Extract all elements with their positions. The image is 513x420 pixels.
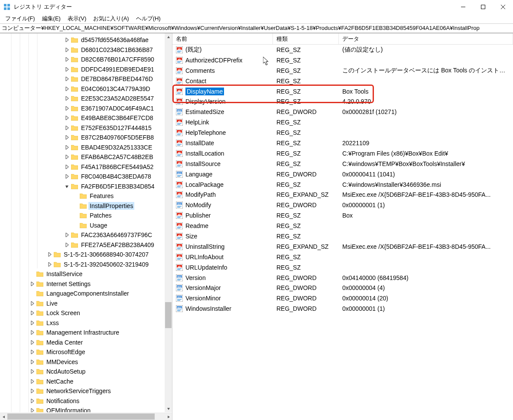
tree-item[interactable]: E3671907AD0C46F49AC1	[0, 104, 172, 114]
list-row[interactable]: CommentsREG_SZこのインストールデータベースには Box Tools…	[172, 65, 513, 76]
tree-item[interactable]: EBAD4E9D32A251333CE	[0, 143, 172, 153]
list-row[interactable]: SizeREG_SZ	[172, 231, 513, 241]
chevron-right-icon[interactable]	[29, 388, 36, 394]
tree-item[interactable]: FFE27A5EAF2BB238A409	[0, 240, 172, 250]
tree-item[interactable]: OEMInformation	[0, 406, 172, 412]
tree-item[interactable]: InstallService	[0, 269, 172, 279]
tree-item[interactable]: InstallProperties	[0, 201, 172, 211]
chevron-right-icon[interactable]	[64, 105, 70, 111]
chevron-right-icon[interactable]	[47, 261, 53, 267]
tree-item[interactable]: Lock Screen	[0, 308, 172, 318]
tree-item[interactable]: NetCache	[0, 377, 172, 387]
tree-item[interactable]: E04C06013C4A779A39D	[0, 84, 172, 94]
chevron-right-icon[interactable]	[64, 47, 70, 53]
menu-file[interactable]: ファイル(F)	[2, 14, 39, 23]
list-row[interactable]: InstallSourceREG_SZC:¥windows¥TEMP¥Box¥B…	[172, 159, 513, 169]
tree-item[interactable]: Features	[0, 191, 172, 201]
chevron-right-icon[interactable]	[64, 86, 70, 92]
tree-item[interactable]: E2E53C23A52AD28E5547	[0, 94, 172, 104]
chevron-right-icon[interactable]	[64, 242, 70, 248]
list-row[interactable]: NoModifyREG_DWORD0x00000001 (1)	[172, 200, 513, 210]
chevron-right-icon[interactable]	[29, 349, 36, 355]
tree-item[interactable]: Internet Settings	[0, 279, 172, 289]
chevron-right-icon[interactable]	[29, 407, 36, 412]
chevron-right-icon[interactable]	[29, 281, 36, 287]
menu-view[interactable]: 表示(V)	[64, 14, 90, 23]
list-row[interactable]: WindowsInstallerREG_DWORD0x00000001 (1)	[172, 303, 513, 314]
chevron-right-icon[interactable]	[64, 173, 70, 179]
tree-item[interactable]: MicrosoftEdge	[0, 347, 172, 357]
tree-item[interactable]: d5457fd6554636a468fae	[0, 35, 172, 45]
chevron-right-icon[interactable]	[29, 329, 36, 335]
list-row[interactable]: DisplayNameREG_SZBox Tools	[172, 86, 513, 97]
tree-item[interactable]: E752FE635D127F444815	[0, 123, 172, 133]
tree-item[interactable]: EFAB6ABC2A57C48B2EB	[0, 152, 172, 162]
tree-item[interactable]: S-1-5-21-3066688940-3074207	[0, 250, 172, 260]
tree-item[interactable]: Live	[0, 299, 172, 309]
chevron-right-icon[interactable]	[64, 154, 70, 160]
tree-item[interactable]: FAC2363A66469737F96C	[0, 230, 172, 240]
chevron-right-icon[interactable]	[29, 339, 36, 345]
tree-item[interactable]: F45A17B86BCFE5449A52	[0, 162, 172, 172]
chevron-right-icon[interactable]	[64, 56, 70, 62]
list-row[interactable]: UninstallStringREG_EXPAND_SZMsiExec.exe …	[172, 241, 513, 252]
chevron-right-icon[interactable]	[64, 95, 70, 101]
chevron-right-icon[interactable]	[29, 320, 36, 326]
tree-item[interactable]: Usage	[0, 221, 172, 231]
tree-item[interactable]: DE7BD8647BFBED4476D	[0, 74, 172, 84]
tree-item[interactable]: Lxss	[0, 318, 172, 328]
list-row[interactable]: VersionREG_DWORD0x04140000 (68419584)	[172, 273, 513, 283]
tree-item[interactable]: E49BABE8C3B64FE7CD8	[0, 113, 172, 123]
chevron-down-icon[interactable]	[64, 183, 70, 189]
chevron-right-icon[interactable]	[64, 125, 70, 131]
list-body[interactable]: (既定)REG_SZ(値の設定なし)AuthorizedCDFPrefixREG…	[172, 45, 513, 420]
list-row[interactable]: ReadmeREG_SZ	[172, 221, 513, 231]
tree[interactable]: d5457fd6554636a468faeD6801C02348C1B636B8…	[0, 33, 172, 412]
list-row[interactable]: InstallLocationREG_SZC:¥Program Files (x…	[172, 148, 513, 159]
menu-edit[interactable]: 編集(E)	[39, 14, 64, 23]
tree-item[interactable]: FA2FB6D5F1EB3B34D854	[0, 182, 172, 192]
list-row[interactable]: DisplayVersionREG_SZ4.20.0.970	[172, 96, 513, 107]
column-header-type[interactable]: 種類	[273, 33, 339, 44]
tree-item[interactable]: DDFDC4991EDB9ED4E91	[0, 65, 172, 75]
tree-item[interactable]: Notifications	[0, 396, 172, 406]
chevron-right-icon[interactable]	[29, 368, 36, 374]
chevron-right-icon[interactable]	[29, 378, 36, 384]
chevron-right-icon[interactable]	[64, 76, 70, 82]
chevron-right-icon[interactable]	[64, 144, 70, 150]
chevron-right-icon[interactable]	[64, 164, 70, 170]
tree-item[interactable]: D6801C02348C1B636B87	[0, 45, 172, 55]
chevron-right-icon[interactable]	[29, 310, 36, 316]
chevron-right-icon[interactable]	[29, 300, 36, 306]
chevron-right-icon[interactable]	[64, 37, 70, 43]
chevron-right-icon[interactable]	[29, 359, 36, 365]
list-row[interactable]: InstallDateREG_SZ20221109	[172, 138, 513, 148]
tree-item[interactable]: NcdAutoSetup	[0, 367, 172, 377]
scrollbar-thumb[interactable]	[7, 413, 155, 420]
column-header-name[interactable]: 名前	[172, 33, 273, 44]
address-bar[interactable]: コンピューター¥HKEY_LOCAL_MACHINE¥SOFTWARE¥Micr…	[0, 23, 513, 33]
chevron-right-icon[interactable]	[64, 232, 70, 238]
list-row[interactable]: VersionMajorREG_DWORD0x00000004 (4)	[172, 283, 513, 293]
column-header-data[interactable]: データ	[339, 33, 513, 44]
tree-item[interactable]: NetworkServiceTriggers	[0, 386, 172, 396]
list-row[interactable]: (既定)REG_SZ(値の設定なし)	[172, 45, 513, 55]
tree-vertical-scrollbar[interactable]	[165, 33, 172, 412]
chevron-right-icon[interactable]	[47, 251, 53, 257]
list-row[interactable]: HelpTelephoneREG_SZ	[172, 127, 513, 138]
chevron-right-icon[interactable]	[64, 66, 70, 72]
list-row[interactable]: URLInfoAboutREG_SZ	[172, 252, 513, 262]
tree-horizontal-scrollbar[interactable]	[0, 413, 172, 420]
close-button[interactable]	[493, 0, 513, 14]
list-row[interactable]: URLUpdateInfoREG_SZ	[172, 262, 513, 273]
list-row[interactable]: PublisherREG_SZBox	[172, 210, 513, 221]
list-row[interactable]: EstimatedSizeREG_DWORD0x0000281f (10271)	[172, 107, 513, 117]
chevron-right-icon[interactable]	[64, 134, 70, 140]
list-row[interactable]: LocalPackageREG_SZC:¥windows¥Installer¥3…	[172, 179, 513, 190]
tree-item[interactable]: Media Center	[0, 338, 172, 348]
tree-item[interactable]: S-1-5-21-3920450602-3219409	[0, 260, 172, 270]
list-row[interactable]: LanguageREG_DWORD0x00000411 (1041)	[172, 169, 513, 179]
tree-item[interactable]: LanguageComponentsInstaller	[0, 289, 172, 299]
scrollbar-thumb[interactable]	[165, 302, 172, 328]
tree-item[interactable]: Patches	[0, 211, 172, 221]
